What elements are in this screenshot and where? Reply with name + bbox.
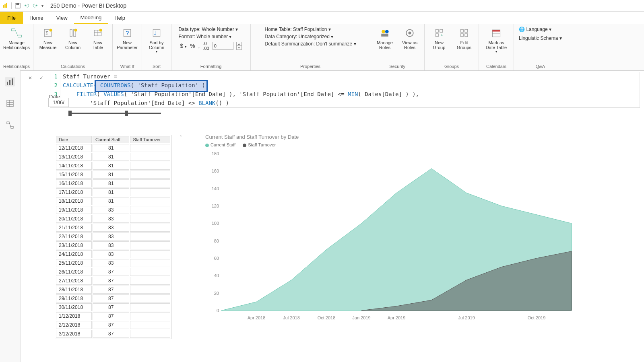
svg-rect-6 bbox=[18, 35, 22, 37]
app-icon bbox=[2, 3, 8, 8]
decimals-stepper[interactable]: ▴▾ bbox=[236, 42, 242, 50]
calendar-icon bbox=[490, 27, 503, 39]
tab-view[interactable]: View bbox=[50, 12, 74, 24]
new-measure-button[interactable]: ΣNew Measure bbox=[37, 26, 59, 50]
data-view-button[interactable] bbox=[5, 99, 15, 108]
chart-visual[interactable]: Current Staff and Staff Turnover by Date… bbox=[205, 134, 632, 327]
svg-text:20: 20 bbox=[214, 291, 219, 296]
table-row[interactable]: 18/11/201881 bbox=[56, 197, 170, 205]
menu-bar: File Home View Modeling Help bbox=[0, 12, 644, 24]
comma-button[interactable]: , bbox=[198, 43, 200, 49]
model-view-button[interactable] bbox=[5, 120, 15, 130]
new-table-icon bbox=[91, 27, 104, 39]
svg-text:100: 100 bbox=[212, 221, 219, 226]
home-table-dropdown[interactable]: Home Table: Staff Population ▾ bbox=[265, 27, 356, 32]
data-type-dropdown[interactable]: Data type: Whole Number ▾ bbox=[178, 27, 243, 32]
svg-point-10 bbox=[50, 29, 52, 32]
table-row[interactable]: 3/12/201887 bbox=[56, 330, 170, 338]
qat-dropdown-icon[interactable]: ▾ bbox=[41, 4, 43, 8]
group-calendars-label: Calendars bbox=[486, 64, 506, 70]
table-row[interactable]: 12/11/201881 bbox=[56, 144, 170, 152]
tab-modeling[interactable]: Modeling bbox=[74, 12, 108, 24]
file-menu[interactable]: File bbox=[0, 12, 23, 24]
table-row[interactable]: 20/11/201883 bbox=[56, 215, 170, 223]
table-row[interactable]: 27/11/201887 bbox=[56, 277, 170, 285]
svg-rect-11 bbox=[70, 29, 72, 37]
formula-bar: ✕ ✓ 1Staff Turnover = 2CALCULATE( COUNTR… bbox=[26, 72, 640, 111]
table-row[interactable]: 17/11/201881 bbox=[56, 188, 170, 196]
svg-rect-32 bbox=[460, 34, 463, 37]
sort-by-column-button[interactable]: Sort by Column▾ bbox=[145, 26, 168, 53]
chevron-down-icon: ▾ bbox=[328, 27, 331, 32]
redo-icon[interactable] bbox=[33, 3, 38, 8]
svg-rect-44 bbox=[7, 122, 9, 124]
view-as-roles-button[interactable]: View as Roles bbox=[398, 26, 421, 50]
table-row[interactable]: 25/11/201883 bbox=[56, 259, 170, 267]
relationships-icon bbox=[10, 27, 23, 39]
manage-relationships-button[interactable]: Manage Relationships bbox=[5, 26, 28, 50]
new-group-button[interactable]: +New Group bbox=[428, 26, 450, 50]
table-row[interactable]: 24/11/201883 bbox=[56, 250, 170, 258]
edit-groups-icon bbox=[458, 27, 471, 39]
table-row[interactable]: 26/11/201887 bbox=[56, 268, 170, 276]
currency-button[interactable]: $ ▾ bbox=[180, 43, 187, 49]
tab-help[interactable]: Help bbox=[108, 12, 132, 24]
new-column-button[interactable]: New Column bbox=[62, 26, 84, 50]
data-table[interactable]: Date Current Staff Staff Turnover 12/11/… bbox=[55, 135, 171, 339]
edit-groups-button[interactable]: Edit Groups bbox=[453, 26, 475, 50]
report-view-button[interactable] bbox=[5, 77, 15, 86]
format-dropdown[interactable]: Format: Whole number ▾ bbox=[178, 34, 243, 39]
table-row[interactable]: 23/11/201883 bbox=[56, 241, 170, 249]
roles-icon bbox=[378, 27, 391, 39]
chevron-down-icon: ▾ bbox=[235, 27, 238, 32]
manage-roles-button[interactable]: Manage Roles bbox=[374, 26, 396, 50]
svg-rect-45 bbox=[11, 126, 13, 128]
svg-text:40: 40 bbox=[214, 273, 219, 278]
svg-rect-26 bbox=[436, 29, 438, 32]
table-row[interactable]: 14/11/201881 bbox=[56, 162, 170, 170]
table-row[interactable]: 16/11/201881 bbox=[56, 179, 170, 187]
table-row[interactable]: 28/11/201887 bbox=[56, 286, 170, 294]
svg-text:Σ: Σ bbox=[45, 31, 49, 36]
table-row[interactable]: 2/12/201887 bbox=[56, 321, 170, 329]
table-row[interactable]: 29/11/201887 bbox=[56, 294, 170, 302]
table-row[interactable]: 22/11/201883 bbox=[56, 232, 170, 241]
undo-icon[interactable] bbox=[24, 3, 29, 8]
table-row[interactable]: 21/11/201883 bbox=[56, 224, 170, 232]
table-scrollbar[interactable]: ⌃ bbox=[179, 135, 184, 328]
table-row[interactable]: 15/11/201881 bbox=[56, 171, 170, 179]
svg-text:120: 120 bbox=[212, 204, 219, 208]
new-parameter-button[interactable]: ?New Parameter bbox=[116, 26, 138, 50]
table-row[interactable]: 13/11/201881 bbox=[56, 153, 170, 161]
svg-rect-28 bbox=[436, 34, 438, 37]
percent-button[interactable]: % bbox=[190, 43, 195, 49]
commit-formula-button[interactable]: ✓ bbox=[37, 74, 46, 82]
sort-icon bbox=[150, 27, 163, 39]
view-rail bbox=[0, 70, 21, 362]
group-security-label: Security bbox=[389, 64, 405, 70]
formula-editor[interactable]: 1Staff Turnover = 2CALCULATE( COUNTROWS(… bbox=[50, 72, 640, 108]
table-row[interactable]: 30/11/201887 bbox=[56, 303, 170, 311]
svg-rect-5 bbox=[12, 29, 15, 31]
svg-rect-39 bbox=[12, 78, 13, 85]
svg-text:Jul 2018: Jul 2018 bbox=[283, 315, 300, 320]
language-dropdown[interactable]: 🌐 Language ▾ bbox=[519, 27, 562, 32]
svg-rect-38 bbox=[9, 80, 10, 85]
save-icon[interactable] bbox=[15, 3, 21, 8]
svg-text:80: 80 bbox=[214, 239, 219, 243]
date-filter-value[interactable]: 1/06/ bbox=[48, 98, 69, 107]
svg-rect-4 bbox=[17, 3, 19, 5]
table-row[interactable]: 19/11/201883 bbox=[56, 206, 170, 214]
decimal-icon: .0.00 bbox=[203, 41, 209, 51]
date-slider[interactable] bbox=[68, 113, 161, 114]
new-table-button[interactable]: New Table bbox=[87, 26, 109, 50]
cancel-formula-button[interactable]: ✕ bbox=[26, 74, 35, 82]
tab-home[interactable]: Home bbox=[23, 12, 50, 24]
mark-date-table-button[interactable]: Mark as Date Table▾ bbox=[482, 26, 510, 53]
linguistic-schema-dropdown[interactable]: Linguistic Schema ▾ bbox=[519, 35, 562, 41]
table-row[interactable]: 1/12/201887 bbox=[56, 312, 170, 320]
decimals-input[interactable]: 0 bbox=[213, 42, 233, 50]
summarization-dropdown[interactable]: Default Summarization: Don't summarize ▾ bbox=[265, 41, 356, 47]
svg-text:Apr 2019: Apr 2019 bbox=[388, 315, 406, 320]
data-category-dropdown[interactable]: Data Category: Uncategorized ▾ bbox=[265, 34, 356, 39]
